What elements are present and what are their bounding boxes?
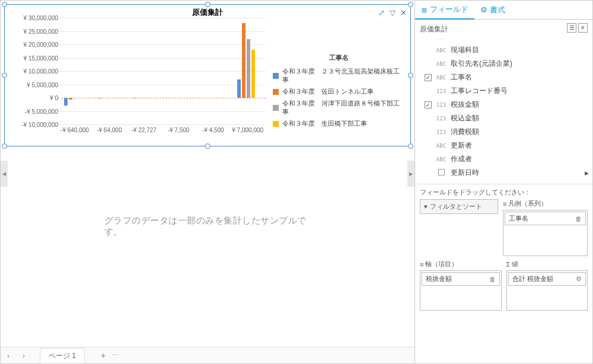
collapse-right-icon[interactable]: ▶ [407, 161, 415, 187]
legend-icon: ≡ [503, 200, 506, 207]
gear-icon[interactable]: ⚙ [576, 275, 582, 283]
field-checkbox[interactable] [425, 38, 432, 41]
filter-sort-well[interactable]: ▾ フィルタとソート [420, 199, 498, 214]
field-row[interactable]: ABC更新者 [416, 139, 591, 152]
view-list-icon[interactable]: ☰ [567, 23, 576, 33]
chevron-right-icon[interactable]: ▶ [585, 170, 589, 176]
prev-page-button[interactable]: ‹ [1, 352, 16, 359]
pill-label: 税抜金額 [426, 274, 452, 283]
field-row[interactable]: ✓123税抜金額 [416, 98, 591, 111]
axis-drop-zone[interactable]: 税抜金額 🗑 [420, 270, 502, 311]
bar[interactable] [64, 98, 68, 106]
field-row[interactable]: ABC作成者 [416, 152, 591, 166]
y-tick: ¥ 10,000,000 [24, 68, 58, 75]
field-type-icon: ABC [435, 157, 448, 162]
resize-handle[interactable] [2, 73, 7, 78]
drop-zones: ▾ フィルタとソート ≡ 凡例（系列） 工事名 🗑 [415, 199, 592, 363]
legend-item[interactable]: 令和３年度 河津下田道路８号橋下部工事 [273, 98, 404, 118]
filter-icon[interactable]: ▽ [390, 8, 396, 17]
legend-swatch [273, 73, 279, 79]
resize-handle[interactable] [408, 143, 413, 149]
bar[interactable] [69, 98, 72, 100]
zone-values-label: Σ 値 [506, 260, 588, 269]
field-checkbox[interactable] [425, 115, 432, 122]
field-row[interactable]: 123工事レコード番号 [416, 84, 591, 98]
x-label: -¥ 22,727 [127, 127, 161, 133]
field-checkbox[interactable]: ✓ [425, 101, 432, 108]
next-page-button[interactable]: › [16, 352, 31, 359]
values-drop-zone[interactable]: 合計 税抜金額 ⚙ [506, 270, 588, 311]
field-checkbox[interactable] [425, 47, 432, 54]
view-detail-icon[interactable]: ≡ [578, 23, 588, 33]
panel-tabs: ≣ フィールド ⚙ 書式 [415, 1, 592, 20]
field-checkbox[interactable] [425, 88, 432, 95]
resize-handle[interactable] [408, 73, 413, 78]
field-row[interactable]: ABC [416, 38, 591, 43]
field-type-icon: 123 [435, 102, 448, 108]
zone-axis-label: ≡ 軸（項目） [420, 260, 502, 269]
field-checkbox[interactable]: ✓ [425, 74, 432, 81]
field-type-icon: ABC [435, 38, 448, 41]
resize-handle[interactable] [2, 143, 7, 149]
field-type-icon: ABC [435, 47, 448, 53]
legend-label: 令和３年度 佐田トンネル工事 [282, 88, 374, 96]
page-tab[interactable]: ページ 1 [40, 348, 85, 363]
legend-pill[interactable]: 工事名 🗑 [505, 212, 586, 225]
field-row[interactable]: ✓ABC工事名 [416, 71, 591, 84]
sample-data-note: グラフのデータは一部のみを集計したサンプルです。 [104, 215, 311, 238]
drag-hint: フィールドをドラッグしてください： [415, 184, 592, 199]
legend-item[interactable]: 令和３年度 生田橋下部工事 [273, 118, 404, 130]
chart-toolbar: ⤢ ▽ ✕ [378, 8, 407, 17]
field-type-icon: 123 [435, 129, 448, 135]
tab-label: フィールド [430, 4, 468, 15]
pill-label: 合計 税抜金額 [512, 274, 553, 283]
trash-icon[interactable]: 🗑 [489, 276, 496, 283]
bar[interactable] [237, 79, 241, 98]
trash-icon[interactable]: 🗑 [575, 215, 582, 222]
field-list[interactable]: ABCABC現場科目ABC取引先名(元請企業)✓ABC工事名123工事レコード番… [415, 38, 592, 184]
resize-handle[interactable] [2, 2, 7, 7]
legend-item[interactable]: 令和３年度 ２３号北玉垣高架橋床板工事 [273, 66, 404, 86]
bar[interactable] [251, 50, 255, 98]
collapse-left-icon[interactable]: ◀ [1, 161, 8, 187]
legend-title: 工事名 [273, 53, 404, 62]
field-label: 更新者 [451, 141, 472, 151]
resize-handle[interactable] [205, 2, 211, 7]
resize-handle[interactable] [205, 143, 211, 149]
well-label: フィルタとソート [430, 202, 482, 211]
gear-icon: ⚙ [480, 5, 487, 14]
x-label: ¥ 7,000,000 [231, 127, 264, 133]
field-checkbox[interactable] [425, 170, 432, 177]
report-canvas[interactable]: 原価集計 ⤢ ▽ ✕ ¥ 30,000,000¥ 25,000,000¥ 20,… [1, 1, 415, 347]
bar[interactable] [242, 23, 246, 98]
axis-pill[interactable]: 税抜金額 🗑 [422, 272, 500, 286]
tab-format[interactable]: ⚙ 書式 [474, 1, 511, 19]
field-checkbox[interactable] [425, 60, 432, 68]
field-row[interactable]: 123消費税額 [416, 125, 591, 139]
zone-legend-label: ≡ 凡例（系列） [503, 199, 588, 208]
field-row[interactable]: ABC現場科目 [416, 43, 591, 57]
add-page-button[interactable]: ＋ [99, 350, 107, 361]
field-checkbox[interactable] [425, 156, 432, 163]
expand-icon[interactable]: ⤢ [378, 8, 385, 17]
legend-swatch [273, 105, 279, 111]
chart-body: ¥ 30,000,000¥ 25,000,000¥ 20,000,000¥ 15… [11, 18, 404, 140]
y-tick: ¥ 0 [50, 95, 58, 101]
page-more-button[interactable]: ⋯ [107, 352, 123, 359]
chart-container[interactable]: 原価集計 ⤢ ▽ ✕ ¥ 30,000,000¥ 25,000,000¥ 20,… [4, 4, 411, 146]
close-icon[interactable]: ✕ [400, 8, 407, 17]
field-checkbox[interactable] [425, 129, 432, 136]
field-row[interactable]: 123税込金額 [416, 111, 591, 125]
legend-item[interactable]: 令和３年度 佐田トンネル工事 [273, 86, 404, 98]
tab-fields[interactable]: ≣ フィールド [415, 1, 474, 20]
resize-handle[interactable] [408, 2, 413, 7]
field-type-icon [435, 169, 448, 177]
page-footer: ‹ › ページ 1 ＋ ⋯ [1, 347, 415, 363]
field-row[interactable]: ABC取引先名(元請企業) [416, 57, 591, 71]
field-row[interactable]: 更新日時▶ [416, 166, 591, 180]
field-checkbox[interactable] [425, 142, 432, 149]
legend-label: 令和３年度 ２３号北玉垣高架橋床板工事 [282, 68, 404, 84]
values-pill[interactable]: 合計 税抜金額 ⚙ [508, 272, 586, 286]
bar[interactable] [247, 39, 250, 98]
legend-drop-zone[interactable]: 工事名 🗑 [503, 210, 588, 256]
